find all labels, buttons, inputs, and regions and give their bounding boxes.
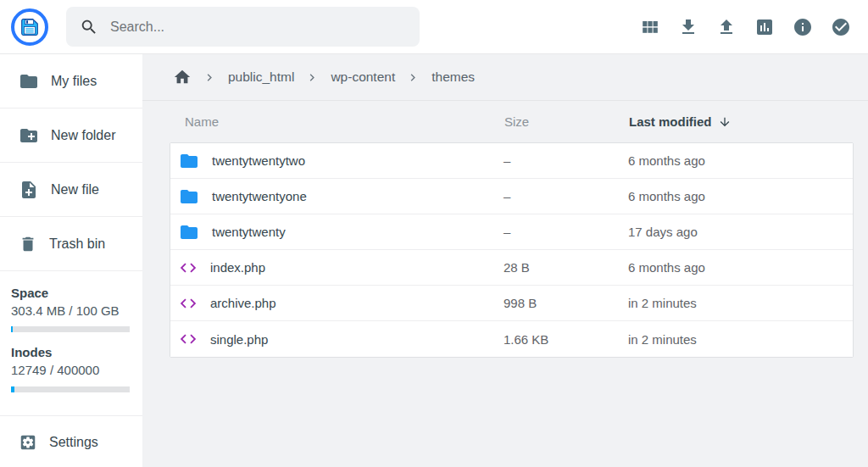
code-icon (179, 259, 198, 277)
usage-panel: Space 303.4 MB / 100 GB Inodes 12749 / 4… (0, 271, 142, 415)
topbar-actions (640, 17, 851, 37)
item-size: – (504, 153, 628, 168)
item-modified: in 2 minutes (628, 332, 853, 347)
sidebar: My filesNew folderNew fileTrash bin Spac… (0, 54, 142, 467)
breadcrumb-item[interactable]: public_html (228, 69, 294, 85)
item-name: single.php (210, 332, 268, 347)
folder-icon (19, 71, 39, 92)
item-name-cell: twentytwentytwo (170, 151, 504, 171)
home-icon[interactable] (173, 68, 192, 86)
space-progress-fill (11, 326, 13, 332)
settings-icon (19, 433, 37, 452)
table-row-file[interactable]: index.php28 B6 months ago (170, 250, 853, 286)
item-size: – (504, 225, 628, 239)
sidebar-item-trash-bin[interactable]: Trash bin (0, 217, 142, 271)
chevron-right-icon (406, 70, 420, 85)
space-progress-bar (11, 326, 130, 332)
item-name-cell: index.php (170, 259, 504, 277)
sidebar-item-label: New folder (51, 128, 115, 143)
sidebar-item-my-files[interactable]: My files (0, 54, 142, 108)
sidebar-item-label: Settings (49, 435, 98, 450)
download-icon (678, 17, 698, 37)
inodes-label: Inodes (11, 345, 129, 359)
sidebar-item-label: New file (51, 182, 99, 197)
sidebar-item-label: Trash bin (49, 236, 105, 252)
arrow-down-icon (718, 115, 732, 129)
item-size: 28 B (504, 260, 628, 275)
item-name: twentytwentyone (212, 189, 307, 203)
breadcrumb-item[interactable]: wp-content (331, 69, 395, 85)
item-name: index.php (210, 260, 265, 275)
item-modified: 6 months ago (628, 260, 853, 275)
chevron-right-icon (305, 70, 320, 85)
item-name-cell: archive.php (170, 294, 504, 313)
new-file-icon (19, 180, 39, 200)
column-header-modified-label: Last modified (629, 114, 712, 129)
column-header-modified[interactable]: Last modified (629, 114, 854, 129)
search-bar[interactable]: Search... (66, 7, 420, 47)
grid-view-icon (640, 17, 660, 37)
space-usage: Space 303.4 MB / 100 GB (11, 286, 129, 332)
table-row-file[interactable]: single.php1.66 KBin 2 minutes (170, 321, 853, 357)
download-button[interactable] (678, 17, 698, 37)
item-size: 1.66 KB (504, 332, 628, 347)
upload-icon (716, 17, 737, 37)
item-modified: 6 months ago (628, 153, 853, 168)
new-folder-icon (19, 125, 39, 146)
bar-chart-icon (754, 17, 775, 37)
space-value: 303.4 MB / 100 GB (11, 303, 131, 320)
main-content: public_htmlwp-contentthemes Name Size La… (142, 54, 868, 467)
sidebar-item-label: My files (51, 74, 97, 89)
inodes-value: 12749 / 400000 (11, 362, 131, 379)
column-header-name[interactable]: Name (170, 114, 504, 129)
table-row-folder[interactable]: twentytwentytwo–6 months ago (170, 143, 853, 179)
inodes-progress-bar (11, 386, 130, 392)
folder-icon (179, 186, 199, 207)
file-listing: twentytwentytwo–6 months agotwentytwenty… (170, 142, 854, 358)
info-button[interactable] (793, 17, 813, 37)
usage-button[interactable] (754, 17, 775, 37)
item-name-cell: single.php (170, 330, 504, 348)
trash-icon (19, 235, 37, 253)
code-icon (179, 294, 198, 313)
inodes-usage: Inodes 12749 / 400000 (11, 345, 129, 392)
chevron-right-icon (203, 70, 217, 85)
info-icon (793, 17, 813, 37)
search-icon (80, 18, 98, 36)
item-name-cell: twentytwenty (170, 222, 504, 242)
breadcrumb-item[interactable]: themes (431, 69, 475, 85)
item-modified: in 2 minutes (628, 296, 853, 310)
space-label: Space (11, 286, 129, 300)
inodes-progress-fill (11, 386, 14, 392)
check-circle-icon (831, 17, 851, 37)
code-icon (179, 330, 198, 348)
search-placeholder: Search... (110, 19, 164, 35)
folder-icon (179, 151, 199, 171)
item-modified: 6 months ago (628, 189, 853, 203)
folder-icon (179, 222, 199, 242)
listing-header: Name Size Last modified (170, 101, 854, 142)
item-name: archive.php (210, 296, 276, 310)
item-size: – (504, 189, 628, 203)
upload-button[interactable] (716, 17, 737, 37)
table-row-folder[interactable]: twentytwenty–17 days ago (170, 214, 853, 250)
column-header-size[interactable]: Size (504, 114, 629, 129)
floppy-disk-icon (19, 16, 41, 38)
item-modified: 17 days ago (628, 225, 853, 239)
sidebar-item-new-file[interactable]: New file (0, 163, 142, 217)
item-size: 998 B (504, 296, 628, 310)
table-row-folder[interactable]: twentytwentyone–6 months ago (170, 179, 853, 214)
item-name: twentytwenty (212, 225, 286, 239)
item-name: twentytwentytwo (212, 153, 305, 168)
item-name-cell: twentytwentyone (170, 186, 504, 207)
sidebar-item-new-folder[interactable]: New folder (0, 108, 142, 163)
switch-view-button[interactable] (640, 17, 660, 37)
breadcrumb: public_htmlwp-contentthemes (142, 54, 868, 101)
sidebar-item-settings[interactable]: Settings (0, 415, 142, 467)
select-multiple-button[interactable] (831, 17, 851, 37)
table-row-file[interactable]: archive.php998 Bin 2 minutes (170, 286, 853, 321)
app-logo[interactable] (11, 8, 48, 46)
topbar: Search... (0, 0, 868, 54)
